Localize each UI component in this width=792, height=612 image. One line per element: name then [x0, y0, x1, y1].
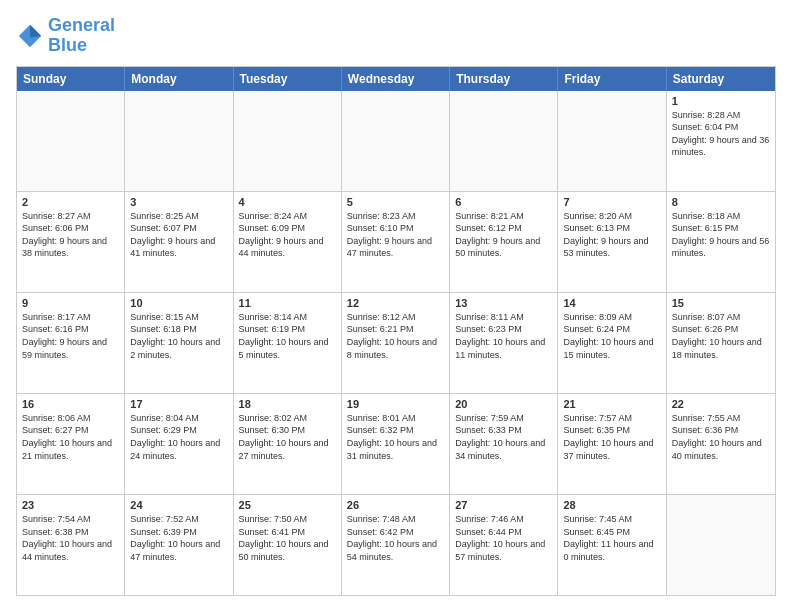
day-info: Sunrise: 7:46 AM Sunset: 6:44 PM Dayligh…: [455, 513, 552, 563]
day-cell-27: 27Sunrise: 7:46 AM Sunset: 6:44 PM Dayli…: [450, 495, 558, 595]
day-info: Sunrise: 8:09 AM Sunset: 6:24 PM Dayligh…: [563, 311, 660, 361]
empty-cell: [558, 91, 666, 191]
logo-icon: [16, 22, 44, 50]
day-number: 13: [455, 297, 552, 309]
day-info: Sunrise: 8:11 AM Sunset: 6:23 PM Dayligh…: [455, 311, 552, 361]
calendar-row-2: 9Sunrise: 8:17 AM Sunset: 6:16 PM Daylig…: [17, 292, 775, 393]
day-cell-24: 24Sunrise: 7:52 AM Sunset: 6:39 PM Dayli…: [125, 495, 233, 595]
day-info: Sunrise: 8:14 AM Sunset: 6:19 PM Dayligh…: [239, 311, 336, 361]
day-info: Sunrise: 8:18 AM Sunset: 6:15 PM Dayligh…: [672, 210, 770, 260]
day-number: 19: [347, 398, 444, 410]
day-cell-2: 2Sunrise: 8:27 AM Sunset: 6:06 PM Daylig…: [17, 192, 125, 292]
day-info: Sunrise: 7:52 AM Sunset: 6:39 PM Dayligh…: [130, 513, 227, 563]
day-number: 18: [239, 398, 336, 410]
day-cell-22: 22Sunrise: 7:55 AM Sunset: 6:36 PM Dayli…: [667, 394, 775, 494]
day-info: Sunrise: 8:17 AM Sunset: 6:16 PM Dayligh…: [22, 311, 119, 361]
day-cell-18: 18Sunrise: 8:02 AM Sunset: 6:30 PM Dayli…: [234, 394, 342, 494]
day-cell-19: 19Sunrise: 8:01 AM Sunset: 6:32 PM Dayli…: [342, 394, 450, 494]
day-cell-28: 28Sunrise: 7:45 AM Sunset: 6:45 PM Dayli…: [558, 495, 666, 595]
day-info: Sunrise: 8:15 AM Sunset: 6:18 PM Dayligh…: [130, 311, 227, 361]
day-cell-17: 17Sunrise: 8:04 AM Sunset: 6:29 PM Dayli…: [125, 394, 233, 494]
empty-cell: [234, 91, 342, 191]
day-number: 7: [563, 196, 660, 208]
day-cell-26: 26Sunrise: 7:48 AM Sunset: 6:42 PM Dayli…: [342, 495, 450, 595]
day-number: 6: [455, 196, 552, 208]
day-info: Sunrise: 7:59 AM Sunset: 6:33 PM Dayligh…: [455, 412, 552, 462]
day-number: 27: [455, 499, 552, 511]
header-day-sunday: Sunday: [17, 67, 125, 91]
day-info: Sunrise: 7:57 AM Sunset: 6:35 PM Dayligh…: [563, 412, 660, 462]
day-info: Sunrise: 7:48 AM Sunset: 6:42 PM Dayligh…: [347, 513, 444, 563]
calendar-row-4: 23Sunrise: 7:54 AM Sunset: 6:38 PM Dayli…: [17, 494, 775, 595]
day-number: 1: [672, 95, 770, 107]
day-number: 16: [22, 398, 119, 410]
day-cell-9: 9Sunrise: 8:17 AM Sunset: 6:16 PM Daylig…: [17, 293, 125, 393]
day-number: 15: [672, 297, 770, 309]
day-number: 25: [239, 499, 336, 511]
day-info: Sunrise: 8:27 AM Sunset: 6:06 PM Dayligh…: [22, 210, 119, 260]
day-cell-6: 6Sunrise: 8:21 AM Sunset: 6:12 PM Daylig…: [450, 192, 558, 292]
day-info: Sunrise: 8:28 AM Sunset: 6:04 PM Dayligh…: [672, 109, 770, 159]
day-info: Sunrise: 7:50 AM Sunset: 6:41 PM Dayligh…: [239, 513, 336, 563]
header-day-friday: Friday: [558, 67, 666, 91]
logo-text: General Blue: [48, 16, 115, 56]
empty-cell: [17, 91, 125, 191]
day-number: 22: [672, 398, 770, 410]
day-info: Sunrise: 7:45 AM Sunset: 6:45 PM Dayligh…: [563, 513, 660, 563]
day-cell-10: 10Sunrise: 8:15 AM Sunset: 6:18 PM Dayli…: [125, 293, 233, 393]
day-info: Sunrise: 8:01 AM Sunset: 6:32 PM Dayligh…: [347, 412, 444, 462]
header-day-tuesday: Tuesday: [234, 67, 342, 91]
page: General Blue SundayMondayTuesdayWednesda…: [0, 0, 792, 612]
svg-marker-1: [30, 25, 41, 38]
calendar-row-3: 16Sunrise: 8:06 AM Sunset: 6:27 PM Dayli…: [17, 393, 775, 494]
day-number: 17: [130, 398, 227, 410]
day-info: Sunrise: 8:06 AM Sunset: 6:27 PM Dayligh…: [22, 412, 119, 462]
calendar-row-0: 1Sunrise: 8:28 AM Sunset: 6:04 PM Daylig…: [17, 91, 775, 191]
day-number: 10: [130, 297, 227, 309]
day-number: 26: [347, 499, 444, 511]
day-cell-3: 3Sunrise: 8:25 AM Sunset: 6:07 PM Daylig…: [125, 192, 233, 292]
empty-cell: [342, 91, 450, 191]
day-info: Sunrise: 7:54 AM Sunset: 6:38 PM Dayligh…: [22, 513, 119, 563]
day-number: 21: [563, 398, 660, 410]
day-info: Sunrise: 8:12 AM Sunset: 6:21 PM Dayligh…: [347, 311, 444, 361]
day-number: 12: [347, 297, 444, 309]
empty-cell: [667, 495, 775, 595]
day-number: 8: [672, 196, 770, 208]
day-cell-15: 15Sunrise: 8:07 AM Sunset: 6:26 PM Dayli…: [667, 293, 775, 393]
header-day-wednesday: Wednesday: [342, 67, 450, 91]
day-info: Sunrise: 8:02 AM Sunset: 6:30 PM Dayligh…: [239, 412, 336, 462]
empty-cell: [125, 91, 233, 191]
day-cell-20: 20Sunrise: 7:59 AM Sunset: 6:33 PM Dayli…: [450, 394, 558, 494]
day-cell-13: 13Sunrise: 8:11 AM Sunset: 6:23 PM Dayli…: [450, 293, 558, 393]
day-number: 11: [239, 297, 336, 309]
day-info: Sunrise: 8:07 AM Sunset: 6:26 PM Dayligh…: [672, 311, 770, 361]
calendar: SundayMondayTuesdayWednesdayThursdayFrid…: [16, 66, 776, 596]
day-number: 9: [22, 297, 119, 309]
day-number: 2: [22, 196, 119, 208]
day-number: 14: [563, 297, 660, 309]
day-cell-5: 5Sunrise: 8:23 AM Sunset: 6:10 PM Daylig…: [342, 192, 450, 292]
day-cell-4: 4Sunrise: 8:24 AM Sunset: 6:09 PM Daylig…: [234, 192, 342, 292]
empty-cell: [450, 91, 558, 191]
day-number: 20: [455, 398, 552, 410]
day-info: Sunrise: 8:20 AM Sunset: 6:13 PM Dayligh…: [563, 210, 660, 260]
day-cell-14: 14Sunrise: 8:09 AM Sunset: 6:24 PM Dayli…: [558, 293, 666, 393]
day-info: Sunrise: 8:04 AM Sunset: 6:29 PM Dayligh…: [130, 412, 227, 462]
day-info: Sunrise: 7:55 AM Sunset: 6:36 PM Dayligh…: [672, 412, 770, 462]
day-cell-25: 25Sunrise: 7:50 AM Sunset: 6:41 PM Dayli…: [234, 495, 342, 595]
day-cell-8: 8Sunrise: 8:18 AM Sunset: 6:15 PM Daylig…: [667, 192, 775, 292]
day-info: Sunrise: 8:23 AM Sunset: 6:10 PM Dayligh…: [347, 210, 444, 260]
day-cell-7: 7Sunrise: 8:20 AM Sunset: 6:13 PM Daylig…: [558, 192, 666, 292]
day-cell-23: 23Sunrise: 7:54 AM Sunset: 6:38 PM Dayli…: [17, 495, 125, 595]
day-number: 24: [130, 499, 227, 511]
header-day-saturday: Saturday: [667, 67, 775, 91]
header-day-monday: Monday: [125, 67, 233, 91]
day-number: 3: [130, 196, 227, 208]
day-cell-12: 12Sunrise: 8:12 AM Sunset: 6:21 PM Dayli…: [342, 293, 450, 393]
header: General Blue: [16, 16, 776, 56]
calendar-body: 1Sunrise: 8:28 AM Sunset: 6:04 PM Daylig…: [17, 91, 775, 595]
day-info: Sunrise: 8:24 AM Sunset: 6:09 PM Dayligh…: [239, 210, 336, 260]
day-number: 23: [22, 499, 119, 511]
day-cell-21: 21Sunrise: 7:57 AM Sunset: 6:35 PM Dayli…: [558, 394, 666, 494]
